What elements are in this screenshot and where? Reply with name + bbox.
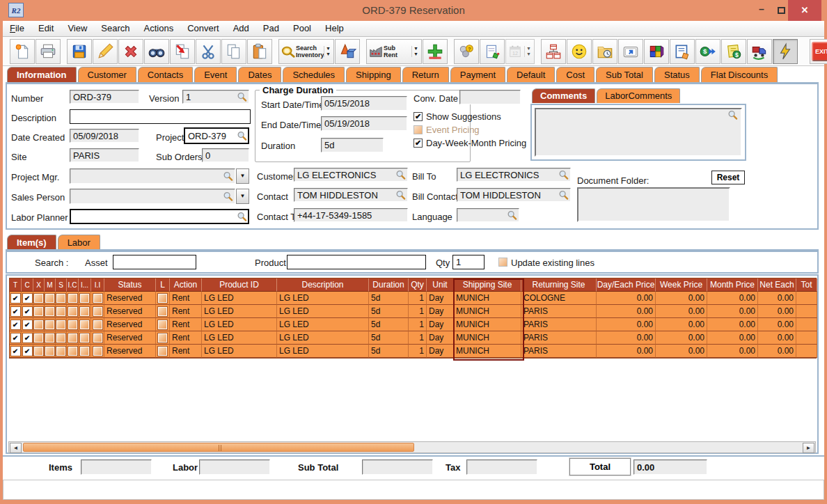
3d-shapes-button[interactable]	[335, 39, 360, 64]
column-header-day-each-price[interactable]: Day/Each Price	[597, 278, 656, 292]
qty-input[interactable]	[452, 255, 485, 269]
tab-shipping[interactable]: Shipping	[346, 67, 401, 83]
row-checkbox[interactable]	[93, 307, 102, 316]
cell-action[interactable]: Rent	[170, 345, 202, 358]
new-document-button[interactable]	[10, 39, 35, 64]
comments-field[interactable]	[535, 108, 742, 157]
column-header-week-price[interactable]: Week Price	[656, 278, 707, 292]
language-field[interactable]	[457, 208, 519, 222]
cell-description[interactable]: LG LED	[277, 331, 369, 345]
column-header-product-id[interactable]: Product ID	[202, 278, 277, 292]
cell-duration[interactable]: 5d	[369, 305, 409, 318]
delete-button[interactable]	[118, 39, 143, 64]
cell-week-price[interactable]: 0.00	[656, 345, 707, 358]
cell-tot[interactable]	[796, 318, 817, 331]
cell-net-each[interactable]: 0.00	[758, 318, 796, 331]
tab-dates[interactable]: Dates	[238, 67, 281, 83]
column-header-i-[interactable]: I...	[79, 278, 91, 292]
conv-date-field[interactable]	[459, 90, 521, 104]
row-checkbox[interactable]	[56, 307, 65, 316]
cell-status[interactable]: Reserved	[104, 345, 156, 358]
table-row[interactable]: ✔✔ReservedRentLG LEDLG LED5d1DayMUNICHPA…	[10, 331, 816, 345]
tab-sub-total[interactable]: Sub Total	[596, 67, 653, 83]
cell-status[interactable]: Reserved	[104, 292, 156, 305]
row-checkbox[interactable]	[80, 333, 89, 342]
key-shortcut-button[interactable]	[618, 39, 643, 64]
tab-default[interactable]: Default	[507, 67, 555, 83]
row-checkbox[interactable]	[158, 333, 167, 342]
cell-qty[interactable]: 1	[409, 331, 427, 345]
cell-action[interactable]: Rent	[170, 305, 202, 318]
row-checkbox[interactable]: ✔	[11, 320, 20, 329]
row-checkbox[interactable]	[56, 320, 65, 329]
cell-duration[interactable]: 5d	[369, 292, 409, 305]
row-checkbox[interactable]: ✔	[23, 333, 32, 342]
row-checkbox[interactable]	[158, 294, 167, 303]
row-checkbox[interactable]	[56, 347, 65, 356]
reset-button[interactable]: Reset	[711, 171, 745, 184]
scroll-right-icon[interactable]: ►	[803, 443, 814, 453]
edit-pencil-button[interactable]	[93, 39, 118, 64]
column-header-unit[interactable]: Unit	[427, 278, 454, 292]
cell-tot[interactable]	[796, 305, 817, 318]
site-field[interactable]	[70, 148, 139, 162]
row-checkbox[interactable]	[34, 333, 43, 342]
invoice-dollar-button[interactable]: $	[721, 39, 746, 64]
row-checkbox[interactable]	[45, 347, 54, 356]
cell-description[interactable]: LG LED	[277, 345, 369, 358]
cell-description[interactable]: LG LED	[277, 292, 369, 305]
bill-to-field[interactable]	[457, 168, 571, 182]
cell-qty[interactable]: 1	[409, 305, 427, 318]
update-existing-lines-checkbox[interactable]	[498, 258, 507, 267]
table-row[interactable]: ✔✔ReservedRentLG LEDLG LED5d1DayMUNICHPA…	[10, 305, 816, 318]
contact-field[interactable]	[294, 188, 408, 202]
smiley-button[interactable]	[567, 39, 592, 64]
cell-returning-site[interactable]: PARIS	[521, 318, 597, 331]
row-checkbox[interactable]	[45, 320, 54, 329]
chevron-down-icon[interactable]: ▼	[236, 168, 249, 184]
row-checkbox[interactable]	[34, 320, 43, 329]
column-header-shipping-site[interactable]: Shipping Site	[454, 278, 521, 292]
table-row[interactable]: ✔✔ReservedRentLG LEDLG LED5d1DayMUNICHCO…	[10, 292, 816, 305]
cell-net-each[interactable]: 0.00	[758, 345, 796, 358]
cell-week-price[interactable]: 0.00	[656, 305, 707, 318]
row-checkbox[interactable]: ✔	[11, 333, 20, 342]
cell-shipping-site[interactable]: MUNICH	[454, 331, 521, 345]
truck-transfer-button[interactable]	[747, 39, 772, 64]
cell-action[interactable]: Rent	[170, 331, 202, 345]
cell-returning-site[interactable]: PARIS	[521, 305, 597, 318]
chevron-down-icon[interactable]: ▼▼	[524, 46, 533, 57]
folder-clock-button[interactable]	[592, 39, 617, 64]
menu-pool[interactable]: Pool	[286, 21, 318, 36]
cell-shipping-site[interactable]: MUNICH	[454, 318, 521, 331]
send-dollar-button[interactable]: $	[695, 39, 720, 64]
row-checkbox[interactable]	[158, 320, 167, 329]
tab-cost[interactable]: Cost	[556, 67, 594, 83]
row-checkbox[interactable]: ✔	[23, 294, 32, 303]
color-blocks-button[interactable]	[644, 39, 669, 64]
cell-description[interactable]: LG LED	[277, 318, 369, 331]
tab-laborcomments[interactable]: LaborComments	[597, 88, 680, 103]
row-checkbox[interactable]	[93, 320, 102, 329]
column-header-duration[interactable]: Duration	[369, 278, 409, 292]
contact-tel-field[interactable]	[294, 208, 408, 222]
menu-view[interactable]: View	[61, 21, 94, 36]
sub-rent-button[interactable]: Sub Rent▼▼	[366, 39, 422, 64]
column-header-s[interactable]: S	[56, 278, 67, 292]
row-checkbox[interactable]	[80, 307, 89, 316]
row-checkbox[interactable]	[158, 347, 167, 356]
lightning-button[interactable]	[773, 39, 798, 64]
tab-contacts[interactable]: Contacts	[138, 67, 193, 83]
version-field[interactable]	[182, 90, 249, 104]
cell-duration[interactable]: 5d	[369, 345, 409, 358]
search-inventory-button[interactable]: Search Inventory▼▼	[278, 39, 334, 64]
number-field[interactable]	[70, 90, 139, 104]
tab-flat-discounts[interactable]: Flat Discounts	[701, 67, 778, 83]
cell-unit[interactable]: Day	[427, 292, 454, 305]
cut-scissors-button[interactable]	[196, 39, 221, 64]
org-chart-button[interactable]	[541, 39, 566, 64]
horizontal-scrollbar[interactable]: ◄ ►	[8, 441, 816, 453]
column-header-description[interactable]: Description	[277, 278, 369, 292]
menu-file[interactable]: File	[3, 21, 31, 36]
cell-month-price[interactable]: 0.00	[707, 305, 758, 318]
